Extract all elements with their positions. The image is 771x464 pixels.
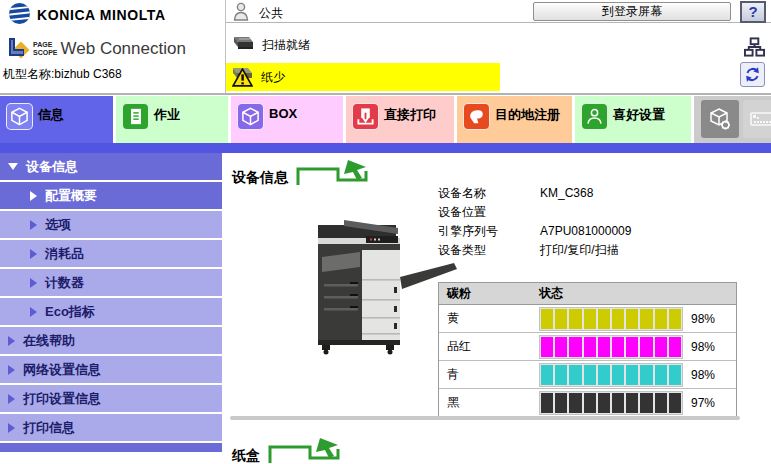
tab-BOX[interactable]: BOX xyxy=(231,96,343,143)
logged-in-user: 公共 xyxy=(233,2,283,24)
warning-text: 纸少 xyxy=(261,69,285,86)
konica-globe-icon xyxy=(8,2,31,28)
print-icon xyxy=(352,103,379,130)
pagescope-icon xyxy=(6,35,30,62)
sidebar-item-网络设置信息[interactable]: 网络设置信息 xyxy=(0,356,222,383)
toner-name: 青 xyxy=(439,366,539,383)
sidebar-item-label: 配置概要 xyxy=(45,187,97,205)
device-info-value: 打印/复印/扫描 xyxy=(540,241,619,260)
sidebar-item-label: 网络设置信息 xyxy=(23,361,101,379)
chevron-right-icon xyxy=(8,336,15,346)
toner-name: 品红 xyxy=(439,338,539,355)
device-info-row: 设备名称KM_C368 xyxy=(438,184,631,203)
sidebar-item-计数器[interactable]: 计数器 xyxy=(0,269,222,296)
toner-row-青: 青98% xyxy=(439,361,736,389)
network-icon[interactable] xyxy=(744,36,765,61)
chevron-right-icon xyxy=(30,249,37,259)
toner-table-header: 碳粉 状态 xyxy=(439,283,736,305)
sidebar-item-选项[interactable]: 选项 xyxy=(0,211,222,238)
device-info-section-header: 设备信息 xyxy=(232,158,374,189)
device-info-row: 设备位置 xyxy=(438,203,631,222)
chevron-right-icon xyxy=(30,220,37,230)
toner-percent: 98% xyxy=(691,368,715,382)
device-info-label: 设备类型 xyxy=(438,241,540,260)
header-row-divider xyxy=(226,22,771,23)
sidebar-item-设备信息[interactable]: 设备信息 xyxy=(0,153,222,180)
tab-label: 信息 xyxy=(38,103,64,143)
hand-icon xyxy=(463,103,490,130)
device-info-value: KM_C368 xyxy=(540,184,593,203)
cube-icon xyxy=(6,103,33,130)
chevron-right-icon xyxy=(30,191,37,201)
document-icon xyxy=(122,103,149,130)
sidebar-item-消耗品[interactable]: 消耗品 xyxy=(0,240,222,267)
section-marker-icon xyxy=(266,436,346,464)
toner-level-bar xyxy=(539,307,683,331)
main-content: 设备信息 xyxy=(222,153,771,464)
sidebar-item-label: 选项 xyxy=(45,216,71,234)
sidebar-item-label: 打印信息 xyxy=(23,419,75,437)
device-status-text: 扫描就绪 xyxy=(262,37,310,54)
tab-bar-extras xyxy=(694,96,771,143)
tab-label: 喜好设置 xyxy=(613,103,665,143)
sidebar-item-label: Eco指标 xyxy=(45,303,95,321)
tab-喜好设置[interactable]: 喜好设置 xyxy=(575,96,691,143)
cube-icon xyxy=(237,103,264,130)
model-name-label: 机型名称:bizhub C368 xyxy=(3,66,122,83)
header-bottom-divider xyxy=(0,93,771,95)
device-info-label: 设备名称 xyxy=(438,184,540,203)
tab-label: BOX xyxy=(269,103,297,143)
sidebar-item-label: 计数器 xyxy=(45,274,84,292)
status-col-header: 状态 xyxy=(539,283,563,304)
tab-目的地注册[interactable]: 目的地注册 xyxy=(457,96,572,143)
user-name: 公共 xyxy=(259,5,283,22)
sidebar-item-Eco指标[interactable]: Eco指标 xyxy=(0,298,222,325)
toner-percent: 98% xyxy=(691,312,715,326)
settings-tab-button[interactable] xyxy=(701,100,739,138)
sidebar-item-打印信息[interactable]: 打印信息 xyxy=(0,414,222,441)
help-button[interactable]: ? xyxy=(740,1,766,23)
sidebar-item-配置概要[interactable]: 配置概要 xyxy=(0,182,222,209)
tab-bar: 信息作业BOX直接打印目的地注册喜好设置 xyxy=(0,96,771,143)
toner-level-bar xyxy=(539,335,683,359)
device-info-row: 设备类型打印/复印/扫描 xyxy=(438,241,631,260)
sidebar-item-在线帮助[interactable]: 在线帮助 xyxy=(0,327,222,354)
chevron-right-icon xyxy=(8,423,15,433)
sidebar-item-打印设置信息[interactable]: 打印设置信息 xyxy=(0,385,222,412)
chevron-right-icon xyxy=(8,394,15,404)
toner-name: 黑 xyxy=(439,394,539,411)
toner-row-黑: 黑97% xyxy=(439,389,736,416)
to-login-screen-button[interactable]: 到登录屏幕 xyxy=(533,2,731,21)
tab-直接打印[interactable]: 直接打印 xyxy=(346,96,454,143)
user-icon xyxy=(233,2,249,24)
product-name: Web Connection xyxy=(61,39,186,59)
toner-name: 黄 xyxy=(439,310,539,327)
toner-row-黄: 黄98% xyxy=(439,305,736,333)
device-info-label: 引擎序列号 xyxy=(438,222,540,241)
tab-信息[interactable]: 信息 xyxy=(0,96,113,143)
refresh-button[interactable] xyxy=(740,62,765,87)
pagescope-logo: PAGESCOPE Web Connection xyxy=(6,35,186,62)
toner-table: 碳粉 状态 黄98%品红98%青98%黑97% xyxy=(438,282,737,417)
chevron-right-icon xyxy=(30,278,37,288)
toner-percent: 98% xyxy=(691,340,715,354)
panel-tab-button[interactable] xyxy=(743,100,771,138)
sidebar-menu: 设备信息配置概要选项消耗品计数器Eco指标在线帮助网络设置信息打印设置信息打印信… xyxy=(0,153,222,452)
tab-label: 作业 xyxy=(154,103,180,143)
sidebar-item-label: 在线帮助 xyxy=(23,332,75,350)
chevron-down-icon xyxy=(8,163,18,170)
tab-作业[interactable]: 作业 xyxy=(116,96,228,143)
sidebar-item-label: 打印设置信息 xyxy=(23,390,101,408)
tab-label: 直接打印 xyxy=(384,103,436,143)
device-info-row: 引擎序列号A7PU081000009 xyxy=(438,222,631,241)
toner-level-bar xyxy=(539,363,683,387)
warning-banner: 纸少 xyxy=(226,63,500,91)
sidebar-item-label: 设备信息 xyxy=(26,158,78,176)
section-title: 设备信息 xyxy=(232,169,288,189)
section-title: 纸盒 xyxy=(232,447,260,464)
toner-percent: 97% xyxy=(691,396,715,410)
section-divider xyxy=(230,416,740,420)
device-status: 扫描就绪 xyxy=(229,35,310,56)
toner-col-header: 碳粉 xyxy=(439,283,539,304)
person-icon xyxy=(581,103,608,130)
